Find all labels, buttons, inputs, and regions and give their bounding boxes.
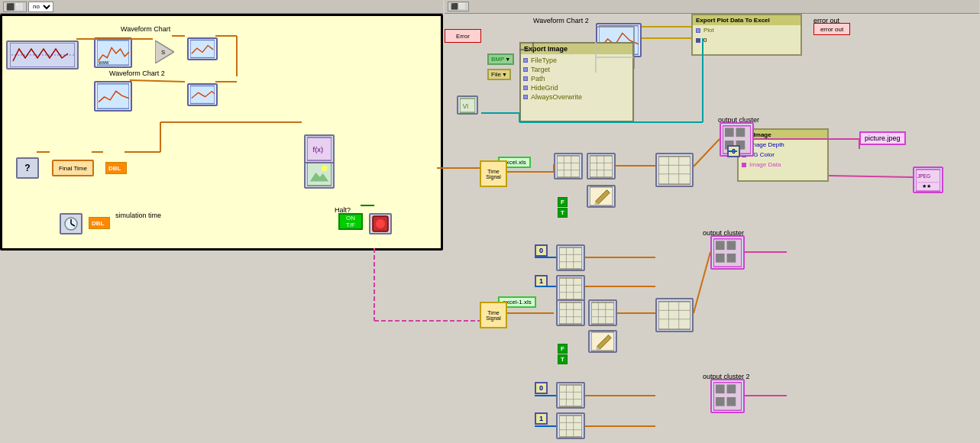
pencil-icon-2[interactable]: [588, 330, 617, 353]
matrix-icon-2a[interactable]: [556, 244, 585, 271]
svg-rect-38: [727, 384, 736, 393]
target-port: [523, 67, 528, 72]
svg-text:S: S: [161, 49, 165, 56]
image-data-port: [742, 163, 746, 167]
svg-line-126: [694, 139, 720, 167]
svg-rect-46: [590, 155, 613, 176]
alwaysoverwrite-port: [523, 95, 528, 99]
toolbar: ⬛⬜ no: [0, 0, 443, 14]
one-const-2[interactable]: 1: [535, 412, 548, 425]
amplifier-icon: S: [155, 40, 174, 63]
simulation-time-label: simulation time: [115, 211, 161, 219]
path-port: [523, 76, 528, 81]
pencil-icon-1[interactable]: [587, 185, 616, 208]
matrix-icon-1b[interactable]: [587, 153, 616, 179]
svg-point-14: [376, 219, 385, 228]
waveform-out-1[interactable]: [187, 37, 218, 60]
export-plot-excel-panel: Export Plot Data To Excel Plot 0: [691, 14, 802, 56]
svg-rect-23: [725, 128, 734, 137]
error-out-terminal[interactable]: error out: [813, 23, 850, 35]
output-cluster-3-icon[interactable]: [710, 379, 745, 413]
svg-rect-35: [727, 253, 736, 262]
file-dropdown[interactable]: File ▼: [487, 69, 511, 80]
one-const-1[interactable]: 1: [535, 275, 548, 287]
export-plot-title: Export Plot Data To Excel: [693, 15, 800, 25]
svg-rect-24: [736, 128, 746, 137]
svg-rect-54: [559, 247, 582, 268]
simulation-subvi-icon[interactable]: f(x): [304, 134, 335, 163]
subvi-panel: WWW Waveform Chart S Waveform Chart 2: [0, 14, 443, 251]
dbl-const-1[interactable]: DBL: [105, 162, 127, 174]
svg-rect-32: [716, 241, 725, 250]
output-cluster-2-icon[interactable]: [710, 235, 745, 270]
matrix-icon-3a[interactable]: [556, 299, 585, 326]
execution-mode-dropdown[interactable]: no: [28, 2, 53, 12]
excel-subvi-2[interactable]: [655, 298, 694, 332]
time-signal-1-box[interactable]: Time Signal: [480, 160, 507, 187]
svg-rect-64: [559, 302, 582, 323]
time-signal-2-box[interactable]: Time Signal: [480, 302, 507, 328]
svg-rect-34: [716, 253, 725, 262]
t-const-2[interactable]: T: [558, 354, 568, 364]
svg-rect-69: [591, 302, 614, 323]
svg-line-127: [694, 252, 710, 313]
run-controls: ⬛⬜: [3, 2, 27, 12]
svg-rect-33: [727, 241, 736, 250]
svg-text:WWW: WWW: [99, 61, 109, 65]
canvas: ⬛⬜ no ⬛⬜ WWW Waveform Chart S: [0, 0, 980, 443]
halt-button[interactable]: ONT/F: [338, 213, 363, 230]
clock-icon[interactable]: [60, 213, 82, 234]
matrix-icon-4a[interactable]: [556, 382, 585, 409]
picture-jpeg-box[interactable]: picture.jpeg: [859, 131, 906, 145]
zero-const-1[interactable]: 0: [535, 244, 548, 257]
waveform-chart-2-icon[interactable]: [94, 81, 132, 112]
svg-rect-39: [716, 396, 725, 406]
f-const-2[interactable]: F: [558, 344, 568, 354]
jpeg-icon[interactable]: JPEG ★★: [913, 167, 943, 193]
hidegrid-port: [523, 86, 528, 90]
run-controls-right: ⬛⬜: [448, 2, 469, 11]
waveform-chart-2-inner-label: Waveform Chart 2: [109, 70, 165, 77]
final-time-node[interactable]: Final Time: [52, 160, 94, 176]
svg-rect-59: [559, 277, 582, 299]
svg-rect-37: [716, 384, 725, 393]
waveform-out-2[interactable]: [187, 83, 218, 106]
svg-text:VI: VI: [463, 102, 469, 109]
excel-plot-port: [696, 28, 700, 33]
zero-const-2[interactable]: 0: [535, 382, 548, 394]
f-const-1[interactable]: F: [558, 197, 568, 207]
matrix-icon-3b[interactable]: [588, 299, 617, 326]
preview-icon[interactable]: [304, 160, 335, 189]
svg-line-117: [829, 176, 913, 177]
toolbar-right: ⬛⬜: [445, 0, 979, 14]
filetype-port: [523, 58, 528, 63]
svg-point-12: [322, 166, 328, 172]
question-icon[interactable]: ?: [16, 157, 39, 179]
svg-rect-77: [559, 384, 582, 406]
waveform-chart-1-label: Waveform Chart: [121, 25, 170, 33]
svg-rect-92: [658, 301, 691, 328]
stop-button[interactable]: [369, 213, 392, 234]
svg-rect-41: [557, 155, 580, 176]
matrix-icon-1a[interactable]: [554, 153, 583, 179]
t-const-1[interactable]: T: [558, 208, 568, 218]
svg-rect-87: [658, 156, 691, 183]
svg-rect-4: [190, 40, 215, 57]
waveform-source-icon[interactable]: [6, 40, 79, 70]
svg-rect-10: [307, 163, 332, 186]
excel-subvi-1[interactable]: [655, 153, 694, 187]
matrix-icon-2b[interactable]: [556, 275, 585, 302]
bmp-dropdown[interactable]: BMP ▼: [487, 53, 514, 65]
svg-text:JPEG: JPEG: [917, 173, 930, 179]
waveform-chart-2-outer-label: Waveform Chart 2: [533, 17, 589, 24]
dbl-const-2[interactable]: DBL: [89, 217, 110, 229]
excel-num-port: [696, 38, 700, 43]
svg-rect-40: [727, 396, 736, 406]
matrix-icon-4b[interactable]: [556, 412, 585, 439]
export-image-panel: Export Image FileType Target Path HideGr…: [519, 42, 634, 122]
svg-text:f(x): f(x): [313, 145, 324, 154]
zero-const-3[interactable]: 0: [727, 145, 740, 157]
subvi-icon-top[interactable]: VI: [457, 95, 478, 115]
waveform-chart-1-icon[interactable]: WWW: [94, 37, 132, 68]
error-terminal[interactable]: Error: [445, 29, 481, 43]
